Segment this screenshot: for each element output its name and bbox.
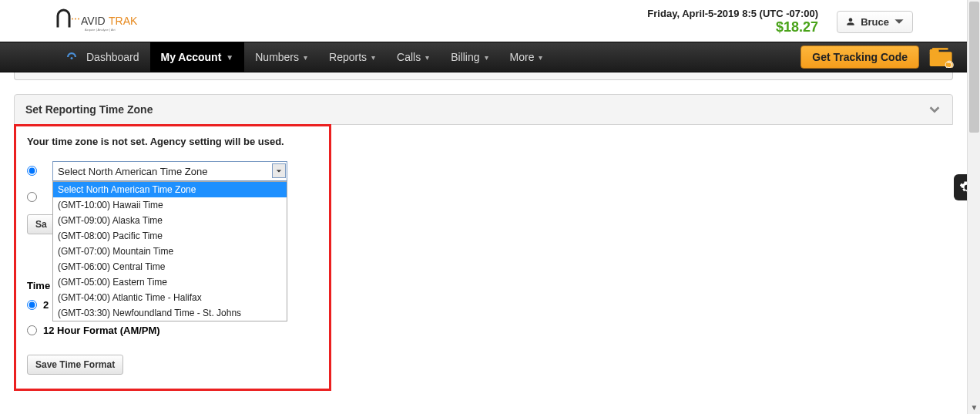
chevron-down-icon[interactable] (928, 103, 941, 116)
svg-point-1 (75, 19, 76, 20)
north-america-tz-row: Select North American Time Zone Select N… (27, 161, 318, 181)
chevron-down-icon: ▾ (304, 53, 307, 62)
tz-option[interactable]: (GMT-04:00) Atlantic Time - Halifax (53, 290, 287, 305)
scroll-down-arrow-icon[interactable]: ▼ (968, 401, 980, 414)
nav-more[interactable]: More▾ (499, 42, 554, 72)
nav-more-label: More (510, 51, 535, 63)
logo: AVID TRAK Acquire | Analyze | Act (54, 6, 169, 37)
tz-option[interactable]: (GMT-03:30) Newfoundland Time - St. John… (53, 305, 287, 321)
svg-point-0 (72, 19, 73, 20)
north-america-radio[interactable] (27, 166, 37, 176)
previous-panel-footer (14, 72, 953, 80)
chevron-down-icon (894, 16, 904, 27)
tz-option[interactable]: (GMT-05:00) Eastern Time (53, 274, 287, 290)
brand-logo-icon: AVID TRAK Acquire | Analyze | Act (54, 6, 169, 37)
save-timezone-button[interactable]: Sa (27, 214, 55, 234)
highlighted-form: Your time zone is not set. Agency settin… (14, 124, 331, 391)
chevron-down-icon: ▾ (425, 53, 429, 62)
gauge-icon (65, 50, 79, 64)
nav-billing-label: Billing (451, 51, 479, 63)
account-status: Friday, April-5-2019 8:5 (UTC -07:00) $1… (647, 8, 818, 35)
chevron-down-icon: ▼ (226, 53, 233, 62)
nav-numbers[interactable]: Numbers▾ (244, 42, 318, 72)
folder-icon[interactable] (928, 46, 955, 68)
chevron-down-icon: ▾ (539, 53, 542, 62)
section-header[interactable]: Set Reporting Time Zone (14, 94, 953, 125)
chevron-down-icon: ▾ (371, 53, 375, 62)
person-icon (845, 16, 856, 27)
format-12h-radio[interactable] (27, 325, 37, 335)
nav-reports[interactable]: Reports▾ (318, 42, 386, 72)
tz-select-display[interactable]: Select North American Time Zone (52, 161, 287, 181)
date-label: Friday, April-5-2019 8:5 (UTC -07:00) (647, 8, 818, 19)
chevron-down-icon[interactable] (272, 163, 286, 178)
get-tracking-code-button[interactable]: Get Tracking Code (800, 45, 919, 69)
balance-label: $18.27 (647, 19, 818, 35)
tz-option[interactable]: (GMT-07:00) Mountain Time (53, 244, 287, 259)
nav-dashboard[interactable]: Dashboard (54, 42, 150, 72)
svg-text:Acquire   |   Analyze   |   Ac: Acquire | Analyze | Act (85, 28, 116, 32)
nav-numbers-label: Numbers (255, 51, 299, 63)
other-tz-radio[interactable] (27, 192, 37, 202)
section-title-label: Set Reporting Time Zone (25, 103, 153, 116)
tz-option[interactable]: Select North American Time Zone (53, 182, 287, 197)
svg-rect-9 (932, 48, 948, 50)
vertical-scrollbar[interactable]: ▲ ▼ (967, 0, 980, 414)
scrollbar-thumb[interactable] (969, 2, 979, 133)
svg-text:AVID: AVID (81, 15, 106, 27)
tz-dropdown-list[interactable]: Select North American Time Zone (GMT-10:… (52, 181, 287, 321)
tz-select[interactable]: Select North American Time Zone Select N… (52, 161, 287, 181)
nav-my-account[interactable]: My Account▼ (150, 42, 245, 72)
tz-warning: Your time zone is not set. Agency settin… (27, 136, 318, 147)
save-time-format-button[interactable]: Save Time Format (27, 355, 123, 375)
format-24h-label: 2 (43, 299, 49, 311)
svg-point-6 (71, 57, 73, 59)
main-nav: Dashboard My Account▼ Numbers▾ Reports▾ … (0, 42, 967, 72)
top-header: AVID TRAK Acquire | Analyze | Act Friday… (0, 0, 967, 42)
format-12h-label: 12 Hour Format (AM/PM) (43, 325, 160, 336)
format-12h-row: 12 Hour Format (AM/PM) (27, 325, 318, 336)
nav-billing[interactable]: Billing▾ (440, 42, 498, 72)
nav-dashboard-label: Dashboard (86, 51, 139, 63)
svg-rect-8 (930, 49, 939, 55)
tz-option[interactable]: (GMT-06:00) Central Time (53, 259, 287, 274)
user-menu-button[interactable]: Bruce (837, 11, 913, 33)
tz-option[interactable]: (GMT-09:00) Alaska Time (53, 213, 287, 228)
nav-calls[interactable]: Calls▾ (386, 42, 440, 72)
tz-option[interactable]: (GMT-10:00) Hawaii Time (53, 197, 287, 213)
user-name: Bruce (861, 16, 889, 28)
nav-reports-label: Reports (329, 51, 367, 63)
chevron-down-icon: ▾ (485, 53, 488, 62)
nav-myaccount-label: My Account (161, 51, 222, 63)
tz-option[interactable]: (GMT-08:00) Pacific Time (53, 228, 287, 244)
svg-point-2 (78, 19, 79, 20)
nav-calls-label: Calls (397, 51, 421, 63)
format-24h-radio[interactable] (27, 300, 37, 310)
svg-text:TRAK: TRAK (109, 15, 138, 27)
